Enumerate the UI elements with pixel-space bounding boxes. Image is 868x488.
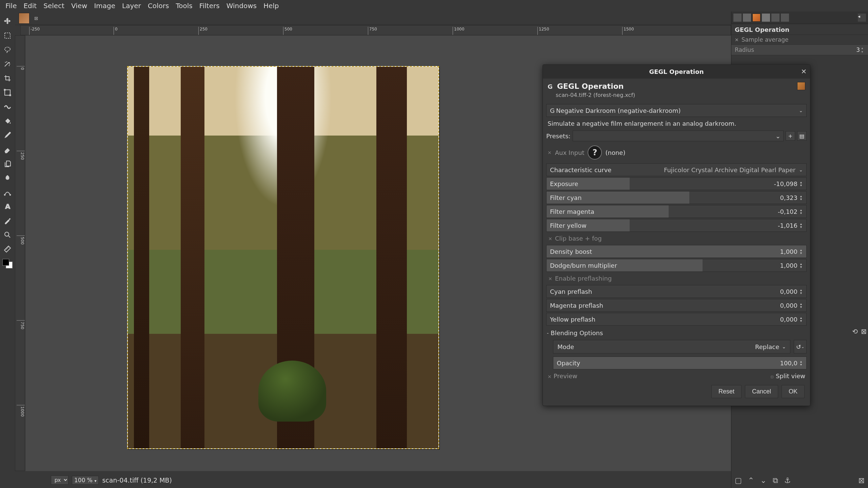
dialog-title-bar[interactable]: GEGL Operation ✕ [543,65,810,79]
paintbrush-tool[interactable] [1,128,14,142]
operation-combo[interactable]: G Negative Darkroom (negative-darkroom)⌄ [546,104,807,117]
raise-layer-icon[interactable]: ⌃ [748,476,754,485]
panel-refresh-icon[interactable]: ⟲ [852,327,858,336]
color-swatch[interactable] [2,259,13,268]
close-tab-icon[interactable]: ⊠ [34,16,38,21]
dodge-burn-slider[interactable]: Dodge/burn multiplier1,000▴▾ [546,259,807,272]
dock-row-radius[interactable]: Radius 3 ▴▾ [731,45,868,55]
aux-input-button[interactable]: ? [588,145,602,160]
aux-reset-icon[interactable]: × [548,150,552,155]
density-boost-slider[interactable]: Density boost1,000▴▾ [546,245,807,258]
dialog-thumb [797,82,805,90]
menu-view[interactable]: View [68,0,91,11]
dock-tab-4[interactable] [762,14,770,22]
svg-point-5 [4,194,5,196]
menu-bar: FileEditSelectViewImageLayerColorsToolsF… [0,0,868,12]
lower-layer-icon[interactable]: ⌄ [760,476,766,485]
delete-layer-icon[interactable]: ⊠ [859,476,865,485]
dock-tab-5[interactable] [771,14,780,22]
magenta-preflash-slider[interactable]: Magenta preflash0,000▴▾ [546,299,807,312]
new-layer-icon[interactable]: ▢ [735,476,742,485]
unit-select[interactable]: px [51,475,68,485]
presets-combo[interactable]: ⌄ [573,130,784,141]
clip-base-checkbox[interactable]: ×Clip base + fog [546,233,807,244]
dock-tabs: ◂ [731,12,868,24]
dock-tab-2[interactable] [743,14,751,22]
dock-tab-3[interactable] [752,14,761,22]
move-tool[interactable] [1,14,14,28]
reset-button[interactable]: Reset [711,385,742,398]
preset-add-button[interactable]: + [786,131,795,141]
horizontal-ruler[interactable]: -2500250500750100012501500 [20,25,731,35]
free-select-tool[interactable] [1,43,14,57]
zoom-tool[interactable] [1,228,14,242]
dialog-sub: scan-04.tiff-2 (forest-neg.xcf) [543,92,810,101]
warp-tool[interactable] [1,100,14,114]
split-view-checkbox[interactable]: ▫Split view [770,372,805,380]
menu-layer[interactable]: Layer [119,0,144,11]
menu-colors[interactable]: Colors [144,0,173,11]
path-tool[interactable] [1,185,14,199]
eraser-tool[interactable] [1,142,14,157]
status-file-label: scan-04.tiff (19,2 MB) [102,476,172,484]
dock-tab-1[interactable] [733,14,742,22]
dock-tab-6[interactable] [781,14,789,22]
filter-cyan-slider[interactable]: Filter cyan0,323▴▾ [546,191,807,204]
cancel-button[interactable]: Cancel [745,385,778,398]
opacity-slider[interactable]: Opacity 100,0 ▴▾ [553,357,807,369]
vertical-ruler[interactable]: 02505007501000 [15,35,25,471]
status-bar: px 100 % ▾ scan-04.tiff (19,2 MB) [51,475,172,485]
aux-label: Aux Input [555,149,585,156]
image-tab-thumbnail[interactable] [19,13,29,24]
clone-tool[interactable] [1,157,14,171]
svg-point-6 [9,194,11,196]
dialog-close-icon[interactable]: ✕ [801,67,807,76]
enable-preflash-checkbox[interactable]: ×Enable preflashing [546,273,807,284]
cyan-preflash-slider[interactable]: Cyan preflash0,000▴▾ [546,285,807,298]
svg-point-1 [5,47,10,51]
aux-value: (none) [605,149,625,156]
fuzzy-select-tool[interactable] [1,57,14,71]
menu-filters[interactable]: Filters [196,0,223,11]
transform-tool[interactable] [1,85,14,100]
measure-tool[interactable] [1,242,14,256]
image-canvas[interactable] [127,66,439,449]
filter-magenta-slider[interactable]: Filter magenta-0,102▴▾ [546,205,807,218]
dock-row-sample-average[interactable]: × Sample average [731,35,868,45]
color-picker-tool[interactable] [1,214,14,228]
menu-help[interactable]: Help [260,0,282,11]
yellow-preflash-slider[interactable]: Yellow preflash0,000▴▾ [546,313,807,326]
operation-description: Simulate a negative film enlargement in … [546,118,807,129]
anchor-layer-icon[interactable]: ⚓ [784,476,791,485]
gegl-icon: G [548,83,554,89]
rect-select-tool[interactable] [1,28,14,43]
blending-options-toggle[interactable]: -Blending Options [546,327,807,338]
svg-text:A: A [5,203,11,210]
exposure-slider[interactable]: Exposure-10,098▴▾ [546,177,807,190]
text-tool[interactable]: A [1,199,14,214]
blend-mode-combo[interactable]: Mode Replace ⌄ [553,340,790,353]
dock-tab-menu[interactable]: ◂ [858,14,866,22]
bucket-fill-tool[interactable] [1,114,14,128]
smudge-tool[interactable] [1,171,14,185]
panel-close-icon[interactable]: ⊠ [861,327,867,336]
filter-yellow-slider[interactable]: Filter yellow-1,016▴▾ [546,219,807,232]
ok-button[interactable]: OK [782,385,805,398]
duplicate-layer-icon[interactable]: ⧉ [773,476,778,485]
blend-mode-extra[interactable]: ↺ ⌄ [794,340,807,353]
svg-rect-0 [5,33,10,38]
menu-select[interactable]: Select [40,0,68,11]
menu-image[interactable]: Image [91,0,119,11]
svg-rect-4 [9,95,11,96]
menu-file[interactable]: File [2,0,20,11]
menu-windows[interactable]: Windows [223,0,260,11]
curve-combo[interactable]: Characteristic curve Fujicolor Crystal A… [546,163,807,176]
menu-tools[interactable]: Tools [172,0,196,11]
menu-edit[interactable]: Edit [20,0,40,11]
crop-tool[interactable] [1,71,14,85]
check-icon[interactable]: × [735,37,739,42]
toolbox: A [0,12,15,268]
preset-manage-button[interactable]: ▤ [797,131,807,141]
preview-checkbox[interactable]: ×Preview [548,372,577,380]
zoom-select[interactable]: 100 % ▾ [72,476,99,485]
